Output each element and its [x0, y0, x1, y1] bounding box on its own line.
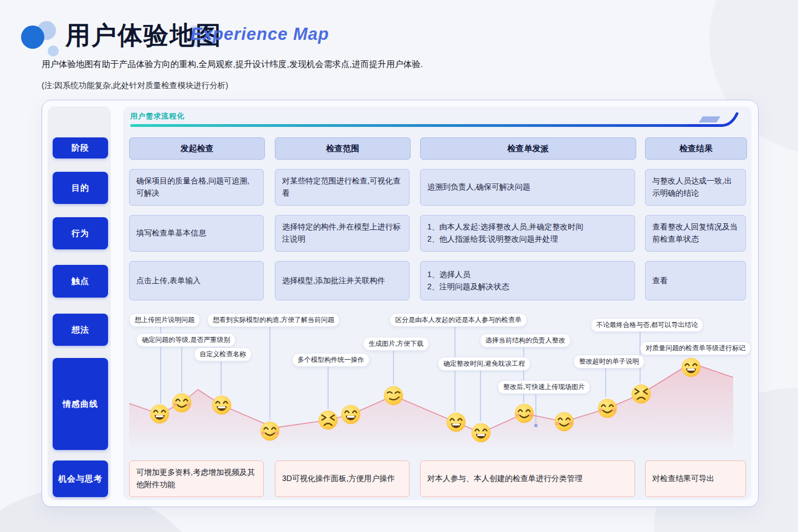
opportunity-card-0: 可增加更多资料,考虑增加视频及其他附件功能	[129, 461, 264, 497]
connector-dot	[534, 424, 538, 427]
touchpoint-card-1: 选择模型,添加批注并关联构件	[275, 261, 410, 300]
page-note: (注:因系统功能复杂,此处针对质量检查模块进行分析)	[42, 80, 228, 91]
thought-bubble-9: 整改后,可快速上传现场图片	[498, 380, 590, 394]
thought-bubble-7: 确定整改时间,避免耽误工程	[438, 357, 530, 371]
sidebar-chip-6: 机会与思考	[53, 461, 108, 497]
emoji-smile-icon	[555, 412, 574, 431]
behavior-card-2: 1、由本人发起:选择整改人员,并确定整改时间 2、他人指派给我:说明整改问题并处…	[420, 215, 635, 252]
sidebar-chip-2: 行为	[53, 217, 108, 249]
flow-gradient-line	[130, 124, 723, 127]
app-logo-icon	[20, 19, 66, 60]
behavior-card-3: 查看整改人回复情况及当前检查单状态	[645, 215, 746, 252]
purpose-card-2: 追溯到负责人,确保可解决问题	[420, 169, 635, 206]
thought-bubble-10: 整改超时的单子说明	[574, 355, 644, 369]
thought-bubble-4: 多个模型构件统一操作	[292, 353, 370, 367]
emoji-grin-icon	[212, 396, 231, 415]
page-title-en: Experience Map	[191, 24, 329, 44]
thought-bubble-11: 不论最终合格与否,都可以导出结论	[591, 318, 703, 332]
sidebar-chip-0: 阶段	[53, 137, 108, 158]
emoji-grin-icon	[682, 358, 700, 377]
sidebar-chip-1: 目的	[53, 172, 108, 204]
thought-bubble-2: 自定义检查名称	[194, 347, 252, 361]
thought-bubble-5: 生成图片,方便下载	[363, 337, 429, 351]
stage-header-2: 检查单发派	[420, 137, 636, 160]
touchpoint-card-3: 查看	[645, 261, 746, 300]
emoji-grin-icon	[447, 413, 466, 432]
thought-bubble-3: 想看到实际模型的构造,方便了解当前问题	[207, 313, 340, 327]
stage-header-0: 发起检查	[129, 137, 265, 160]
sidebar-chip-4: 想法	[53, 314, 108, 346]
emoji-grin-icon	[150, 405, 169, 423]
touchpoint-card-0: 点击上传,表单输入	[129, 261, 264, 300]
sidebar-chip-3: 触点	[53, 265, 108, 298]
purpose-card-3: 与整改人员达成一致,出示明确的结论	[645, 169, 746, 206]
thought-bubble-12: 对质量问题的检查单等级进行标记	[640, 341, 751, 355]
stage-header-3: 检查结果	[645, 137, 747, 160]
flow-arrow-icon	[687, 108, 743, 133]
purpose-card-0: 确保项目的质量合格,问题可追溯,可解决	[129, 169, 264, 206]
flow-title: 用户需求流程化	[130, 111, 185, 121]
touchpoint-card-2: 1、选择人员 2、注明问题及解决状态	[420, 261, 635, 300]
sidebar-chip-5: 情感曲线	[53, 358, 108, 450]
opportunity-card-2: 对本人参与、本人创建的检查单进行分类管理	[420, 461, 635, 497]
page-description: 用户体验地图有助于产品体验方向的重构,全局观察,提升设计纬度,发现机会需求点,进…	[42, 59, 423, 70]
emoji-smirk-icon	[384, 386, 403, 405]
emoji-smile-icon	[598, 399, 617, 418]
opportunity-card-1: 3D可视化操作面板,方便用户操作	[275, 461, 410, 497]
purpose-card-1: 对某些特定范围进行检查,可视化查看	[275, 169, 410, 206]
emoji-persevere-icon	[319, 411, 337, 429]
emoji-smile-icon	[515, 404, 534, 423]
emoji-smile-icon	[172, 393, 191, 412]
thought-bubble-8: 选择当前结构的负责人整改	[480, 334, 571, 347]
emoji-grin-icon	[341, 405, 360, 424]
opportunity-card-3: 对检查结果可导出	[645, 461, 746, 497]
thought-bubble-0: 想上传照片说明问题	[129, 313, 200, 327]
behavior-card-1: 选择特定的构件,并在模型上进行标注说明	[275, 215, 410, 252]
experience-map-page: 用户体验地图 Experience Map 用户体验地图有助于产品体验方向的重构…	[0, 0, 798, 532]
behavior-card-0: 填写检查单基本信息	[129, 215, 264, 252]
stage-header-1: 检查范围	[275, 137, 411, 160]
thought-bubble-1: 确定问题的等级,是否严重级别	[136, 333, 236, 347]
emoji-persevere-icon	[632, 385, 651, 403]
thought-bubble-6: 区分是由本人发起的还是本人参与的检查单	[390, 313, 527, 327]
emoji-smile-icon	[260, 422, 279, 441]
emoji-grin-icon	[472, 423, 490, 442]
